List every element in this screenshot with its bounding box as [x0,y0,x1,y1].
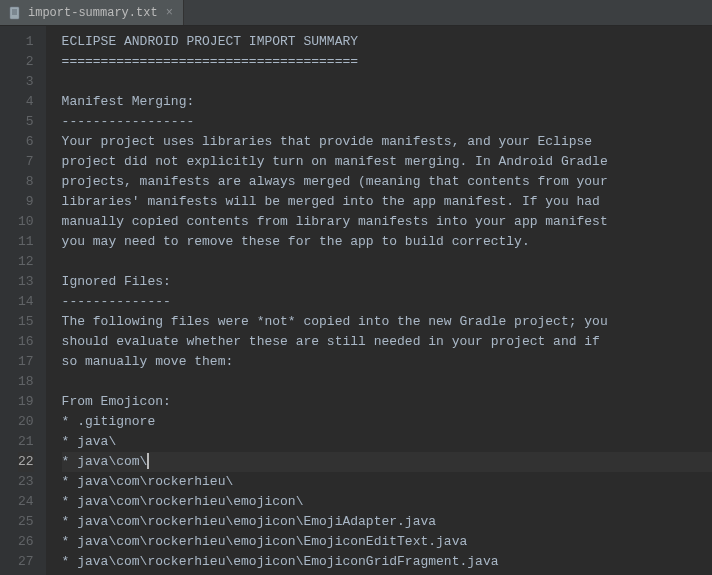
code-line: projects, manifests are always merged (m… [62,172,712,192]
code-line: -------------- [62,292,712,312]
line-number: 22 [18,452,34,472]
code-line [62,372,712,392]
line-number: 21 [18,432,34,452]
line-number: 26 [18,532,34,552]
line-number: 6 [18,132,34,152]
close-icon[interactable]: × [164,7,175,19]
line-number: 19 [18,392,34,412]
line-number: 8 [18,172,34,192]
text-file-icon [8,6,22,20]
code-line [62,252,712,272]
line-number: 20 [18,412,34,432]
code-line: ====================================== [62,52,712,72]
line-number: 24 [18,492,34,512]
line-number: 17 [18,352,34,372]
line-number: 3 [18,72,34,92]
code-line: * java\com\rockerhieu\emojicon\ [62,492,712,512]
code-line: Manifest Merging: [62,92,712,112]
code-line: libraries' manifests will be merged into… [62,192,712,212]
line-number: 15 [18,312,34,332]
line-number: 9 [18,192,34,212]
line-number: 10 [18,212,34,232]
code-line: * .gitignore [62,412,712,432]
line-number: 5 [18,112,34,132]
code-line: Ignored Files: [62,272,712,292]
line-number: 14 [18,292,34,312]
code-line: you may need to remove these for the app… [62,232,712,252]
line-number: 16 [18,332,34,352]
code-content[interactable]: ECLIPSE ANDROID PROJECT IMPORT SUMMARY==… [46,26,712,575]
code-line: ----------------- [62,112,712,132]
code-line: Your project uses libraries that provide… [62,132,712,152]
code-line: project did not explicitly turn on manif… [62,152,712,172]
code-line: * java\com\rockerhieu\emojicon\EmojiAdap… [62,512,712,532]
svg-rect-0 [10,7,19,19]
code-line: * java\com\rockerhieu\ [62,472,712,492]
tab-filename: import-summary.txt [28,6,158,20]
file-tab[interactable]: import-summary.txt × [0,0,184,25]
text-caret [147,453,149,469]
line-number: 27 [18,552,34,572]
line-number: 1 [18,32,34,52]
line-number: 7 [18,152,34,172]
line-number: 18 [18,372,34,392]
code-line: * java\com\ [62,452,712,472]
code-line [62,72,712,92]
line-number: 2 [18,52,34,72]
editor-area: 1234567891011121314151617181920212223242… [0,26,712,575]
line-number: 4 [18,92,34,112]
code-line: * java\com\rockerhieu\emojicon\EmojiconE… [62,532,712,552]
tab-bar: import-summary.txt × [0,0,712,26]
line-number: 12 [18,252,34,272]
code-line: manually copied contents from library ma… [62,212,712,232]
line-number: 25 [18,512,34,532]
code-line: From Emojicon: [62,392,712,412]
code-line: * java\ [62,432,712,452]
line-number: 23 [18,472,34,492]
code-line: ECLIPSE ANDROID PROJECT IMPORT SUMMARY [62,32,712,52]
code-line: The following files were *not* copied in… [62,312,712,332]
code-line: * java\com\rockerhieu\emojicon\EmojiconG… [62,552,712,572]
code-line: should evaluate whether these are still … [62,332,712,352]
line-number: 13 [18,272,34,292]
line-number: 11 [18,232,34,252]
line-number-gutter: 1234567891011121314151617181920212223242… [0,26,46,575]
code-line: so manually move them: [62,352,712,372]
